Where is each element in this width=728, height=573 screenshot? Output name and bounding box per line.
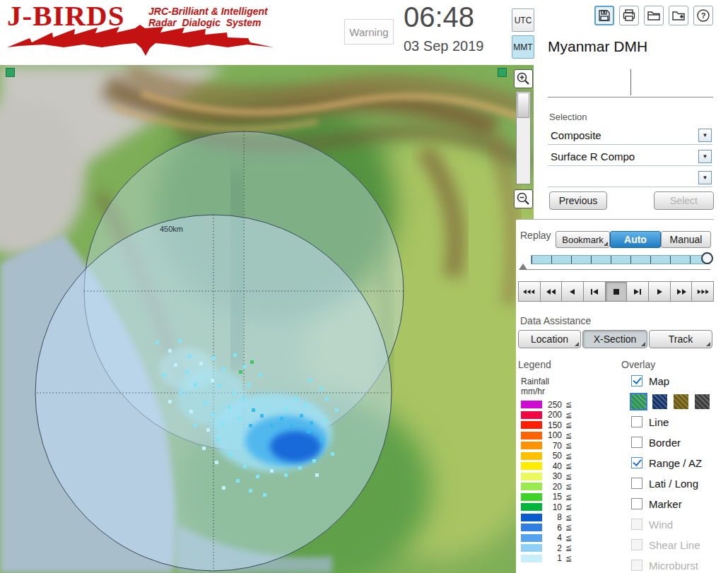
timezone-utc-button[interactable]: UTC <box>512 8 534 32</box>
legend-label: Legend <box>518 359 551 370</box>
logo-subtitle-line1: JRC-Brilliant & Intelligent <box>148 6 268 17</box>
fast-rewind-button[interactable] <box>540 281 563 302</box>
dropdown-product-type[interactable]: Surface R Compo <box>548 148 712 166</box>
legend-unit-line2: mm/hr <box>521 386 545 396</box>
checkbox[interactable] <box>631 375 642 386</box>
zoom-slider[interactable] <box>516 91 531 184</box>
timeline-position-pointer[interactable] <box>519 264 527 270</box>
play-reverse-icon <box>569 288 576 295</box>
play-button[interactable] <box>648 281 671 302</box>
replay-timeline[interactable] <box>531 255 710 264</box>
map-style-swatch[interactable] <box>695 394 710 409</box>
legend-row: 30≦ <box>521 473 572 480</box>
legend-color-swatch <box>521 493 542 501</box>
stop-button[interactable] <box>605 281 628 302</box>
overlay-item-map[interactable]: Map <box>631 373 716 389</box>
auto-mode-button[interactable]: Auto <box>610 231 661 248</box>
legend-color-swatch <box>521 544 542 552</box>
overlay-item-microburst: Microburst <box>631 557 716 573</box>
overlay-item-marker[interactable]: Marker <box>631 496 716 512</box>
legend-value: 70 <box>542 441 562 451</box>
legend-lte-symbol: ≦ <box>565 554 572 563</box>
checkbox[interactable] <box>631 437 642 448</box>
overlay-item-range-az[interactable]: Range / AZ <box>631 455 716 471</box>
jbirds-app: J-BIRDS JRC-Brilliant & IntelligentRadar… <box>0 0 728 573</box>
dropdown-product-option[interactable] <box>548 169 712 187</box>
legend-row: 40≦ <box>521 462 572 470</box>
legend-row: 100≦ <box>521 432 572 439</box>
legend-row: 70≦ <box>521 442 572 449</box>
print-button[interactable] <box>619 6 639 25</box>
play-reverse-button[interactable] <box>561 281 584 302</box>
chevron-down-icon[interactable] <box>698 129 712 142</box>
manual-mode-button[interactable]: Manual <box>661 231 711 248</box>
legend-lte-symbol: ≦ <box>565 461 572 471</box>
help-button[interactable]: ? <box>693 6 713 25</box>
skip-to-end-button[interactable] <box>691 281 714 302</box>
legend-color-swatch <box>521 452 542 460</box>
legend-value: 30 <box>542 471 562 481</box>
radar-map-image: 450km <box>0 65 534 573</box>
legend-row: 150≦ <box>521 421 572 429</box>
dropdown-value: Composite <box>548 126 712 144</box>
overlay-item-line[interactable]: Line <box>631 414 716 430</box>
map-corner-marker <box>6 68 15 77</box>
overlay-item-border[interactable]: Border <box>631 435 716 450</box>
chevron-down-icon[interactable] <box>698 150 712 163</box>
location-button[interactable]: Location <box>518 330 581 348</box>
legend-row: 2≦ <box>521 544 572 552</box>
legend-color-swatch <box>521 514 542 521</box>
rainfall-legend: 250≦ 200≦ 150≦ 100≦ 70≦ 50≦ 40≦ 30≦ 20≦ … <box>521 401 572 565</box>
open-folder-button[interactable] <box>644 6 664 25</box>
step-back-button[interactable] <box>583 281 606 302</box>
legend-value: 15 <box>542 492 562 502</box>
skip-to-start-button[interactable] <box>518 281 541 302</box>
map-style-swatch[interactable] <box>674 394 688 409</box>
fast-forward-button[interactable] <box>670 281 693 302</box>
legend-value: 20 <box>542 482 562 492</box>
timeline-groove <box>523 269 710 270</box>
legend-color-swatch <box>521 462 542 470</box>
data-assistance-label: Data Assistance <box>520 315 591 326</box>
save-button[interactable] <box>594 6 614 25</box>
transport-controls <box>518 281 714 302</box>
legend-row: 200≦ <box>521 411 572 419</box>
checkbox[interactable] <box>631 478 642 489</box>
legend-value: 150 <box>542 420 562 430</box>
skip-to-end-icon <box>697 288 709 295</box>
fast-forward-icon <box>676 288 686 295</box>
selection-label: Selection <box>549 112 587 122</box>
x-section-button[interactable]: X-Section <box>582 330 647 348</box>
bookmark-button[interactable]: Bookmark <box>556 231 610 248</box>
checkbox[interactable] <box>631 498 642 509</box>
legend-lte-symbol: ≦ <box>565 533 572 543</box>
zoom-slider-thumb[interactable] <box>517 93 529 118</box>
zoom-in-button[interactable] <box>514 69 533 88</box>
import-export-icon <box>671 8 686 23</box>
radar-map-viewport[interactable]: 450km <box>0 65 534 573</box>
checkbox[interactable] <box>631 416 642 427</box>
chevron-down-icon[interactable] <box>698 171 712 184</box>
legend-color-swatch <box>521 411 542 419</box>
select-button[interactable]: Select <box>654 191 714 210</box>
previous-button[interactable]: Previous <box>549 191 607 210</box>
legend-value: 6 <box>542 523 562 533</box>
map-style-swatch[interactable] <box>652 394 667 409</box>
legend-color-swatch <box>521 401 542 408</box>
map-style-swatch[interactable] <box>631 394 646 409</box>
checkbox[interactable] <box>631 457 642 468</box>
zoom-out-button[interactable] <box>514 189 533 208</box>
timezone-mmt-button[interactable]: MMT <box>512 35 534 59</box>
legend-lte-symbol: ≦ <box>565 441 572 450</box>
dropdown-product-category[interactable]: Composite <box>548 126 712 145</box>
organization-name: Myanmar DMH <box>548 38 647 55</box>
timeline-handle[interactable] <box>701 252 713 264</box>
legend-color-swatch <box>521 524 542 531</box>
legend-color-swatch <box>521 555 542 562</box>
legend-value: 100 <box>542 430 562 440</box>
map-corner-marker <box>498 68 507 77</box>
step-forward-button[interactable] <box>626 281 649 302</box>
overlay-item-lati-long[interactable]: Lati / Long <box>631 475 716 491</box>
track-button[interactable]: Track <box>649 330 712 348</box>
import-export-button[interactable] <box>669 6 688 25</box>
